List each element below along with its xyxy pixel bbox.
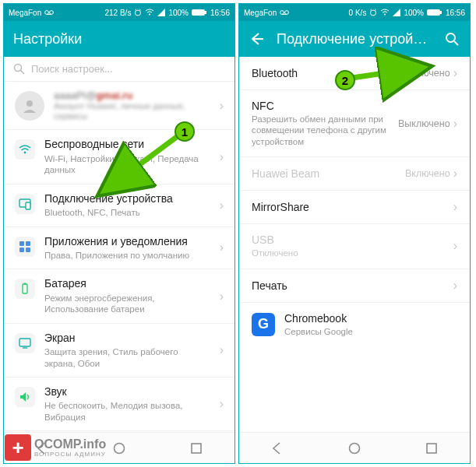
nav-bar bbox=[239, 432, 470, 463]
chevron-right-icon: › bbox=[453, 279, 457, 293]
row-bluetooth[interactable]: Bluetooth Выключено › bbox=[239, 57, 470, 90]
back-button[interactable] bbox=[249, 30, 266, 47]
chevron-right-icon: › bbox=[220, 343, 224, 357]
row-usb: USBОтключено › bbox=[239, 224, 470, 269]
value-label: Выключено bbox=[398, 68, 450, 79]
svg-point-3 bbox=[136, 10, 141, 16]
svg-rect-8 bbox=[205, 11, 206, 14]
svg-point-29 bbox=[285, 11, 289, 15]
search-button[interactable] bbox=[443, 30, 460, 47]
status-bar: MegaFon 212 B/s 100% 16:56 bbox=[4, 4, 234, 21]
svg-point-11 bbox=[26, 100, 33, 107]
battery-icon bbox=[192, 9, 207, 16]
row-display[interactable]: ЭкранЗащита зрения, Стиль рабочего экран… bbox=[4, 324, 234, 377]
chevron-right-icon: › bbox=[453, 200, 457, 214]
value-label: Выключено bbox=[398, 118, 450, 129]
svg-point-12 bbox=[24, 152, 26, 154]
display-icon bbox=[15, 333, 35, 353]
alarm-icon bbox=[369, 9, 377, 16]
row-print[interactable]: Печать › bbox=[239, 269, 470, 303]
svg-rect-40 bbox=[427, 444, 436, 453]
svg-point-1 bbox=[50, 11, 54, 15]
avatar bbox=[15, 91, 44, 121]
row-apps[interactable]: Приложения и уведомленияПрава, Приложени… bbox=[4, 227, 234, 270]
net-speed: 0 K/s bbox=[349, 9, 367, 17]
chevron-right-icon: › bbox=[453, 66, 457, 80]
nav-recent-button[interactable] bbox=[424, 441, 439, 456]
account-text: aaaaPI@gmai.ru Аккаунт Huawei, личные да… bbox=[54, 90, 185, 121]
device-connection-icon bbox=[15, 194, 35, 214]
svg-line-33 bbox=[375, 9, 376, 10]
svg-rect-21 bbox=[19, 339, 30, 346]
battery-settings-icon bbox=[15, 279, 35, 299]
voicemail-icon bbox=[280, 9, 289, 16]
nav-back-button[interactable] bbox=[270, 441, 285, 456]
svg-point-0 bbox=[45, 11, 49, 15]
row-wireless[interactable]: Беспроводные сетиWi-Fi, Настройки SIM-ка… bbox=[4, 130, 234, 184]
svg-point-9 bbox=[15, 65, 22, 72]
svg-rect-16 bbox=[26, 241, 30, 246]
row-huawei-beam: Huawei Beam Включено › bbox=[239, 157, 470, 191]
svg-point-6 bbox=[149, 14, 150, 16]
svg-point-34 bbox=[384, 14, 386, 16]
voicemail-icon bbox=[44, 9, 54, 16]
phone-left: MegaFon 212 B/s 100% 16:56 Настройки Пои… bbox=[3, 3, 235, 464]
carrier-label: MegaFon bbox=[9, 9, 41, 17]
battery-pct: 100% bbox=[168, 9, 189, 17]
chevron-right-icon: › bbox=[453, 167, 457, 181]
app-bar: Подключение устройства bbox=[239, 21, 470, 57]
row-device-connection[interactable]: Подключение устройстваBluetooth, NFC, Пе… bbox=[4, 184, 234, 227]
carrier-label: MegaFon bbox=[244, 9, 277, 17]
row-nfc[interactable]: NFCРазрешить обмен данными при совмещени… bbox=[239, 90, 470, 157]
nav-home-button[interactable] bbox=[111, 441, 127, 456]
value-label: Включено bbox=[405, 168, 450, 179]
row-battery[interactable]: БатареяРежим энергосбережения, Использов… bbox=[4, 269, 234, 323]
phone-right: MegaFon 0 K/s 100% 16:56 Подключение уст… bbox=[238, 3, 471, 464]
alarm-icon bbox=[134, 9, 142, 16]
chevron-right-icon: › bbox=[220, 150, 224, 164]
svg-rect-15 bbox=[19, 241, 24, 246]
svg-rect-36 bbox=[440, 11, 442, 14]
battery-icon bbox=[427, 9, 443, 16]
svg-rect-35 bbox=[427, 9, 440, 16]
page-title: Подключение устройства bbox=[277, 31, 432, 47]
svg-point-39 bbox=[349, 443, 359, 453]
app-bar: Настройки bbox=[4, 21, 234, 57]
svg-line-4 bbox=[136, 9, 137, 10]
search-input[interactable]: Поиск настроек... bbox=[4, 57, 234, 82]
nav-home-button[interactable] bbox=[347, 441, 362, 456]
row-sound[interactable]: ЗвукНе беспокоить, Мелодия вызова, Вибра… bbox=[4, 377, 234, 431]
chevron-right-icon: › bbox=[220, 99, 224, 113]
svg-rect-17 bbox=[19, 248, 24, 252]
chevron-right-icon: › bbox=[220, 290, 224, 304]
signal-icon bbox=[157, 9, 165, 16]
svg-point-37 bbox=[446, 33, 455, 42]
svg-rect-20 bbox=[24, 283, 26, 285]
svg-line-32 bbox=[371, 9, 372, 10]
account-row[interactable]: aaaaPI@gmai.ru Аккаунт Huawei, личные да… bbox=[4, 82, 234, 130]
chevron-right-icon: › bbox=[220, 397, 224, 411]
signal-icon bbox=[393, 9, 400, 16]
apps-icon bbox=[15, 237, 35, 257]
svg-point-28 bbox=[280, 11, 284, 15]
row-mirrorshare[interactable]: MirrorShare › bbox=[239, 191, 470, 224]
chevron-right-icon: › bbox=[220, 241, 224, 255]
net-speed: 212 B/s bbox=[104, 9, 131, 17]
chevron-right-icon: › bbox=[453, 239, 457, 253]
svg-point-26 bbox=[114, 443, 124, 453]
search-icon bbox=[13, 63, 25, 75]
battery-pct: 100% bbox=[404, 9, 424, 17]
search-placeholder: Поиск настроек... bbox=[31, 63, 113, 75]
wifi-settings-icon bbox=[15, 139, 35, 160]
chevron-right-icon: › bbox=[220, 198, 224, 212]
svg-point-31 bbox=[371, 10, 376, 16]
svg-rect-7 bbox=[192, 9, 205, 16]
watermark-logo: + OCOMP.info вопросы админу bbox=[5, 434, 106, 461]
chevron-right-icon: › bbox=[453, 117, 457, 131]
row-chromebook[interactable]: G ChromebookСервисы Google bbox=[239, 303, 470, 346]
clock: 16:56 bbox=[210, 9, 230, 17]
plus-icon: + bbox=[5, 434, 31, 461]
nav-recent-button[interactable] bbox=[189, 441, 204, 456]
svg-rect-27 bbox=[192, 444, 201, 453]
wifi-icon bbox=[145, 9, 154, 16]
